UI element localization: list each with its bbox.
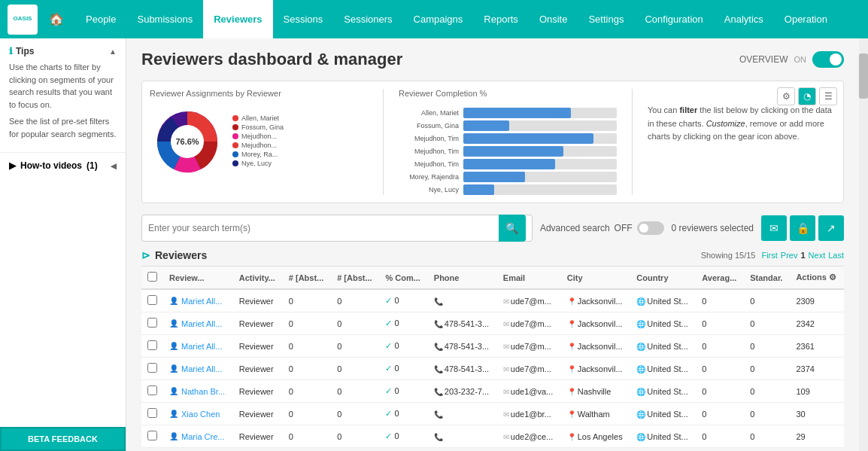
row-name[interactable]: 👤Xiao Chen [163, 403, 233, 425]
row-actions: 2361 [790, 335, 844, 358]
lock-action-button[interactable]: 🔒 [790, 215, 815, 241]
row-email[interactable]: ✉ude2@ce... [497, 425, 561, 448]
nav-item-people[interactable]: People [75, 0, 126, 38]
email-action-button[interactable]: ✉ [761, 215, 787, 241]
search-button[interactable]: 🔍 [499, 215, 526, 242]
row-email[interactable]: ✉ude7@m... [497, 312, 561, 335]
col-comp[interactable]: % Com... [379, 267, 427, 290]
row-name[interactable]: 👤Nathan Br... [163, 380, 233, 403]
nav-item-submissions[interactable]: Submissions [126, 0, 203, 38]
beta-feedback-button[interactable]: BETA FEEDBACK [0, 427, 126, 451]
row-checkbox-cell[interactable] [141, 425, 163, 448]
row-checkbox[interactable] [147, 318, 157, 328]
row-name[interactable]: 👤Mariet All... [163, 335, 233, 358]
row-checkbox[interactable] [147, 408, 157, 418]
row-name[interactable]: 👤Mariet All... [163, 358, 233, 380]
pagination-first[interactable]: First [761, 251, 777, 260]
bar-row[interactable]: Mejudhon, Tim [399, 146, 617, 157]
col-std[interactable]: Standar. [744, 267, 790, 290]
advanced-search-toggle[interactable] [637, 221, 664, 235]
nav-item-configuration[interactable]: Configuration [634, 0, 713, 38]
nav-item-settings[interactable]: Settings [578, 0, 634, 38]
row-checkbox-cell[interactable] [141, 289, 163, 312]
row-email[interactable]: ✉ude7@m... [497, 289, 561, 312]
pagination-next[interactable]: Next [809, 251, 826, 260]
col-activity[interactable]: Activity... [233, 267, 283, 290]
export-action-button[interactable]: ↗ [818, 215, 844, 241]
search-input[interactable] [148, 223, 499, 233]
bar-row[interactable]: Mejudhon, Tim [399, 133, 617, 144]
row-checkbox[interactable] [147, 363, 157, 373]
row-name[interactable]: 👤Mariet All... [163, 289, 233, 312]
table-header-row: ⊳ Reviewers Showing 15/15 First Prev 1 N… [141, 249, 844, 261]
col-reviewer[interactable]: Review... [163, 267, 233, 290]
how-to-section: ▶ How-to videos (1) ◀ [0, 153, 126, 178]
nav-item-onsite[interactable]: Onsite [529, 0, 578, 38]
row-name[interactable]: 👤Maria Cre... [163, 425, 233, 448]
nav-item-reports[interactable]: Reports [473, 0, 529, 38]
row-checkbox-cell[interactable] [141, 403, 163, 425]
col-actions[interactable]: Actions ⚙ [790, 267, 844, 290]
nav-item-operation[interactable]: Operation [774, 0, 838, 38]
how-to-collapse-chevron[interactable]: ◀ [111, 162, 117, 170]
tips-collapse-chevron[interactable]: ▲ [109, 47, 117, 56]
user-icon: 👤 [169, 387, 178, 395]
col-abs2[interactable]: # [Abst... [331, 267, 379, 290]
pie-chart[interactable]: 76.6% [150, 104, 225, 179]
row-email[interactable]: ✉ude7@m... [497, 358, 561, 380]
col-abs1[interactable]: # [Abst... [283, 267, 331, 290]
row-checkbox[interactable] [147, 431, 157, 440]
row-email[interactable]: ✉ude7@m... [497, 335, 561, 358]
nav-item-campaigns[interactable]: Campaigns [403, 0, 474, 38]
sidebar: ℹ Tips ▲ Use the charts to filter by cli… [0, 38, 126, 451]
row-avg: 0 [696, 312, 744, 335]
select-all-header[interactable] [141, 267, 163, 290]
row-activity: Reviewer [233, 335, 283, 358]
phone-icon: 📞 [434, 410, 443, 419]
pagination-prev[interactable]: Prev [781, 251, 798, 260]
nav-item-sessioners[interactable]: Sessioners [333, 0, 402, 38]
row-checkbox[interactable] [147, 340, 157, 350]
list-view-button[interactable]: ☰ [819, 87, 837, 105]
scrollbar[interactable] [859, 38, 868, 451]
col-country[interactable]: Country [630, 267, 696, 290]
globe-icon: 🌐 [636, 433, 645, 441]
col-avg[interactable]: Averag... [696, 267, 744, 290]
bar-row[interactable]: Nye, Lucy [399, 184, 617, 195]
row-checkbox-cell[interactable] [141, 312, 163, 335]
row-email[interactable]: ✉ude1@br... [497, 403, 561, 425]
email-icon: ✉ [503, 297, 509, 306]
row-checkbox[interactable] [147, 385, 157, 395]
legend-item-3: Mejudhon... [241, 142, 277, 149]
user-icon: 👤 [169, 319, 178, 328]
pie-view-button[interactable]: ◔ [798, 87, 816, 105]
overview-toggle-switch[interactable] [812, 51, 844, 68]
col-phone[interactable]: Phone [428, 267, 497, 290]
table-row: 👤Xiao Chen Reviewer 0 0 ✓ 0 📞 ✉ude1@br..… [141, 403, 844, 425]
pagination-last[interactable]: Last [828, 251, 844, 260]
bar-row[interactable]: Allen, Mariet [399, 108, 617, 118]
bar-track [463, 108, 617, 118]
row-checkbox-cell[interactable] [141, 358, 163, 380]
user-icon: 👤 [169, 342, 178, 350]
scrollbar-thumb[interactable] [859, 53, 868, 99]
reviewers-table: Review... Activity... # [Abst... # [Abst… [141, 266, 844, 448]
bar-row[interactable]: Morey, Rajendra [399, 172, 617, 182]
row-checkbox-cell[interactable] [141, 380, 163, 403]
select-all-checkbox[interactable] [147, 272, 157, 282]
row-checkbox-cell[interactable] [141, 335, 163, 358]
bar-row[interactable]: Fossum, Gina [399, 120, 617, 131]
nav-item-reviewers[interactable]: Reviewers [203, 0, 272, 38]
col-city[interactable]: City [561, 267, 631, 290]
how-to-count: (1) [86, 160, 98, 171]
home-button[interactable]: 🏠 [45, 8, 68, 30]
col-email[interactable]: Email [497, 267, 561, 290]
row-checkbox[interactable] [147, 295, 157, 305]
row-email[interactable]: ✉ude1@va... [497, 380, 561, 403]
nav-item-analytics[interactable]: Analytics [714, 0, 774, 38]
row-name[interactable]: 👤Mariet All... [163, 312, 233, 335]
bar-row[interactable]: Mejudhon, Tim [399, 159, 617, 169]
bar-chart[interactable]: Allen, Mariet Fossum, Gina Mejudhon, Tim… [399, 104, 617, 195]
nav-item-sessions[interactable]: Sessions [273, 0, 334, 38]
gear-icon-button[interactable]: ⚙ [777, 87, 795, 105]
